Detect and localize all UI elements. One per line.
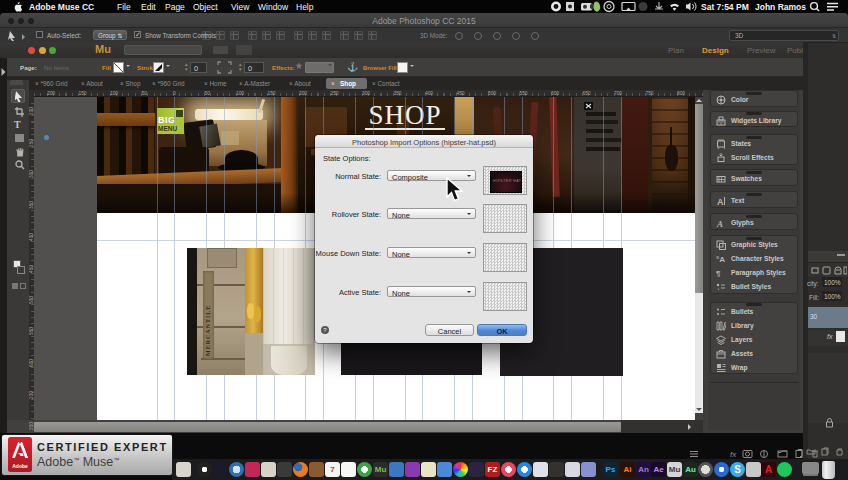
- svg-text:600: 600: [29, 359, 34, 367]
- svg-text:300: 300: [29, 170, 34, 178]
- svg-text:Browser Fill:: Browser Fill:: [363, 65, 399, 71]
- svg-text:500: 500: [29, 296, 34, 304]
- svg-text:450: 450: [457, 91, 465, 96]
- svg-text:100: 100: [110, 91, 118, 96]
- svg-text:150: 150: [268, 91, 276, 96]
- svg-text:750: 750: [646, 91, 654, 96]
- svg-text:A: A: [716, 219, 723, 229]
- svg-text:150: 150: [79, 91, 87, 96]
- svg-text:300: 300: [362, 91, 370, 96]
- svg-text:× Home: × Home: [204, 80, 227, 87]
- svg-text:350: 350: [29, 201, 34, 209]
- svg-text:×: ×: [331, 80, 335, 87]
- svg-text:× A-Master: × A-Master: [239, 80, 271, 87]
- svg-text:fx: fx: [730, 450, 737, 459]
- svg-text:A: A: [717, 197, 724, 207]
- svg-text:250: 250: [29, 422, 34, 430]
- svg-text:× *960 Grid: × *960 Grid: [152, 80, 185, 87]
- svg-text:100: 100: [236, 91, 244, 96]
- svg-text:600: 600: [551, 91, 559, 96]
- svg-text:200: 200: [47, 91, 55, 96]
- svg-text:Group ⇅: Group ⇅: [98, 32, 123, 40]
- svg-text:350: 350: [394, 91, 402, 96]
- svg-text:Effects:: Effects:: [272, 64, 295, 71]
- svg-text:500: 500: [488, 91, 496, 96]
- svg-text:400: 400: [425, 91, 433, 96]
- svg-text:Show Transform Controls: Show Transform Controls: [145, 32, 216, 39]
- svg-text:700: 700: [614, 91, 622, 96]
- svg-text:400: 400: [29, 233, 34, 241]
- svg-text:50: 50: [142, 91, 148, 96]
- svg-text:¶: ¶: [716, 269, 721, 278]
- svg-text:0: 0: [173, 91, 176, 96]
- svg-text:× *960 Grid: × *960 Grid: [35, 80, 68, 87]
- svg-text:× Contact: × Contact: [372, 80, 400, 87]
- svg-text:200: 200: [29, 107, 34, 115]
- svg-text:550: 550: [520, 91, 528, 96]
- svg-text:50: 50: [205, 91, 211, 96]
- svg-text:800: 800: [677, 91, 685, 96]
- svg-text:No Items: No Items: [44, 64, 69, 71]
- svg-text:550: 550: [29, 327, 34, 335]
- svg-text:Auto-Select:: Auto-Select:: [47, 32, 82, 39]
- svg-text:Page:: Page:: [20, 64, 37, 71]
- svg-text:°A: °A: [716, 255, 725, 264]
- svg-text:× About: × About: [289, 80, 311, 87]
- svg-text:200: 200: [29, 391, 34, 399]
- svg-text:3D: 3D: [735, 32, 744, 39]
- svg-text:200: 200: [299, 91, 307, 96]
- svg-text:250: 250: [29, 139, 34, 147]
- svg-text:Fill: Fill: [102, 64, 111, 71]
- svg-text:250: 250: [331, 91, 339, 96]
- svg-text:× Shop: × Shop: [120, 80, 141, 88]
- svg-text:450: 450: [29, 265, 34, 273]
- svg-text:3D Mode:: 3D Mode:: [420, 32, 448, 39]
- svg-text:× About: × About: [81, 80, 103, 87]
- svg-text:Shop: Shop: [340, 80, 356, 88]
- svg-text:650: 650: [583, 91, 591, 96]
